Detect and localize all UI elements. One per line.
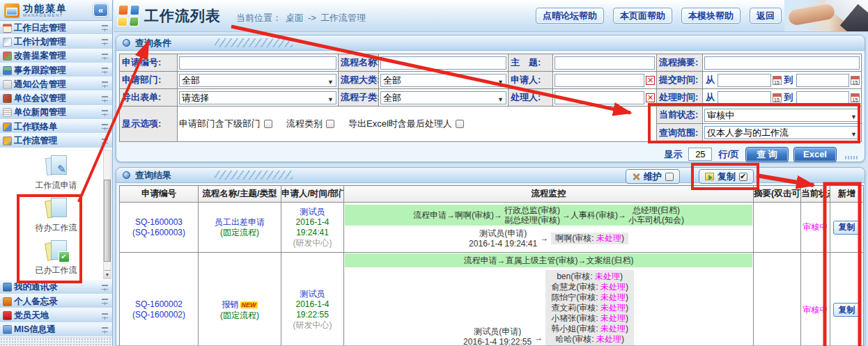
results-panel-header: 查询结果 维护 复制 — [116, 168, 865, 183]
handshake-banner-image — [784, 0, 868, 32]
results-column-header[interactable]: 流程名称/主题/类型 — [199, 186, 281, 203]
calendar-icon[interactable]: 15 — [773, 76, 782, 85]
results-column-header[interactable]: 申请人/时间/部门 — [281, 186, 344, 203]
handle-time-to-input[interactable] — [796, 91, 850, 104]
sidebar-menu-item[interactable]: 个人备忘录 — [0, 294, 112, 308]
row-copy-button[interactable]: 复制 — [833, 303, 861, 317]
pending-node: 啊啊(审核: 未处理) — [551, 233, 628, 244]
pending-reviewer: 俞慧龙(审核: 未处理) — [551, 282, 628, 292]
flow-class-select[interactable]: 全部 — [380, 74, 506, 87]
subject-input[interactable] — [555, 56, 655, 70]
pin-icon[interactable] — [101, 95, 109, 103]
clear-applicant-icon[interactable]: ✕ — [646, 76, 655, 85]
breadcrumb-root[interactable]: 桌面 — [286, 13, 304, 23]
option-checkbox[interactable] — [456, 120, 464, 128]
handler-input[interactable] — [555, 91, 644, 104]
header-help-button[interactable]: 点晴论坛帮助 — [536, 8, 604, 24]
row-copy-button[interactable]: 复制 — [833, 221, 861, 235]
sidebar-menu-item[interactable]: 工作计划管理 — [0, 35, 112, 49]
collapse-sidebar-button[interactable]: « — [93, 3, 108, 17]
sidebar-menu-item[interactable]: 工作联络单 — [0, 120, 112, 134]
summary-cell[interactable] — [754, 253, 801, 346]
results-column-header[interactable]: 当前状态 — [801, 186, 830, 203]
header-help-button[interactable]: 本页面帮助 — [613, 8, 672, 24]
pin-icon[interactable] — [101, 80, 109, 88]
sidebar-menu-item[interactable]: 改善提案管理 — [0, 49, 112, 63]
submit-time-to-input[interactable] — [796, 74, 850, 87]
workflow-icon — [3, 136, 12, 146]
sidebar-submenu-item-label: 待办工作流 — [8, 222, 104, 234]
to-label: 到 — [784, 74, 793, 86]
pin-icon[interactable] — [101, 123, 109, 131]
pin-icon[interactable] — [101, 109, 109, 117]
apply-no-cell: SQ-1600003 (SQ-1600003) — [120, 203, 199, 253]
news-icon — [3, 108, 12, 117]
display-options: 申请部门含下级部门 流程类别 导出Excel时含最后处理人 — [178, 107, 657, 141]
results-column-header[interactable]: 申请编号 — [120, 186, 199, 203]
scroll-down-arrow-icon[interactable]: ▼ — [104, 270, 111, 278]
pin-icon[interactable] — [101, 66, 109, 74]
sidebar-menu-item[interactable]: 我的通讯录 — [0, 281, 112, 294]
sidebar-submenu-item[interactable]: 已办工作流 — [8, 235, 104, 278]
apply-dept-select[interactable]: 全部 — [179, 74, 336, 87]
sidebar-submenu-item[interactable]: 待办工作流 — [8, 193, 104, 235]
sidebar-menu-item[interactable]: 通知公告管理 — [0, 77, 112, 91]
scrollbar-thumb[interactable] — [104, 180, 111, 262]
copy-mode-button[interactable]: 复制 — [699, 169, 754, 184]
pin-icon[interactable] — [101, 52, 109, 61]
sidebar-menu-item[interactable]: 工作日志管理 — [0, 21, 112, 35]
query-button[interactable]: 查 询 — [745, 147, 789, 162]
export-form-select[interactable]: 请选择 — [179, 91, 336, 104]
handle-time-label: 处理时间: — [657, 89, 703, 107]
submenu-scrollbar[interactable]: ▼ — [103, 150, 111, 279]
summary-cell[interactable] — [754, 203, 801, 253]
clear-handler-icon[interactable]: ✕ — [646, 93, 655, 102]
panel-resize-grip[interactable] — [845, 156, 859, 159]
sidebar-menu-item[interactable]: 工作流管理 — [0, 134, 112, 148]
pin-icon[interactable] — [101, 137, 109, 146]
copy-checkbox[interactable] — [739, 173, 747, 181]
pin-icon[interactable] — [101, 283, 109, 292]
calendar-icon[interactable]: 15 — [773, 93, 782, 102]
header-help-button[interactable]: 本模块帮助 — [681, 8, 741, 24]
flow-name-input[interactable] — [380, 56, 506, 70]
results-column-header[interactable]: 新增 — [830, 186, 864, 203]
workflow-submenu-panel: 工作流申请 待办工作流 已办工作流 ▼ — [0, 148, 112, 281]
calendar-icon[interactable]: 15 — [851, 93, 860, 102]
sidebar-menu-item[interactable]: 单位会议管理 — [0, 91, 112, 105]
sidebar-menu-item[interactable]: 单位新闻管理 — [0, 106, 112, 120]
results-column-header[interactable]: 摘要(双击可修改) — [754, 186, 801, 203]
option-checkbox[interactable] — [264, 120, 272, 128]
pin-icon[interactable] — [101, 24, 109, 32]
maintain-checkbox[interactable] — [665, 173, 674, 181]
flow-subclass-select[interactable]: 全部 — [380, 91, 506, 104]
notice-icon — [3, 80, 12, 89]
pin-icon[interactable] — [101, 312, 109, 320]
header-help-button[interactable]: 返回 — [750, 8, 782, 24]
apply-no-input[interactable] — [179, 56, 336, 70]
maintain-button[interactable]: 维护 — [626, 169, 680, 184]
submit-time-from-input[interactable] — [718, 74, 771, 87]
add-cell: 复制 — [830, 253, 864, 346]
excel-button[interactable]: Excel — [793, 147, 837, 162]
applicant-cell: 测试员 2016-1-4 19:22:55 (研发中心) — [281, 253, 344, 346]
handle-time-from-input[interactable] — [718, 91, 771, 104]
option-checkbox[interactable] — [326, 120, 334, 128]
sidebar-menu-item[interactable]: MIS信息通 — [0, 323, 112, 337]
pin-icon[interactable] — [101, 326, 109, 334]
sidebar-menu-item[interactable]: 事务跟踪管理 — [0, 63, 112, 77]
pending-reviewer: 小猪张(审核: 未处理) — [551, 313, 628, 324]
pin-icon[interactable] — [101, 297, 109, 306]
pin-icon[interactable] — [101, 38, 109, 46]
query-scope-select[interactable]: 仅本人参与的工作流 — [704, 126, 860, 139]
done-workflow-icon — [43, 239, 70, 262]
applicant-input[interactable] — [555, 74, 644, 87]
calendar-icon[interactable]: 15 — [851, 76, 860, 85]
sidebar-menu-item[interactable]: 党员天地 — [0, 308, 112, 322]
current-status-select[interactable]: 审核中 — [704, 109, 860, 122]
sidebar-submenu-item[interactable]: 工作流申请 — [8, 150, 104, 193]
results-column-header[interactable]: 流程监控 — [344, 186, 754, 203]
summary-input[interactable] — [704, 56, 860, 70]
main-content: 工作流列表 当前位置：桌面->工作流管理 点晴论坛帮助 本页面帮助 本模块帮助 … — [114, 0, 868, 346]
page-size-input[interactable] — [688, 148, 712, 161]
